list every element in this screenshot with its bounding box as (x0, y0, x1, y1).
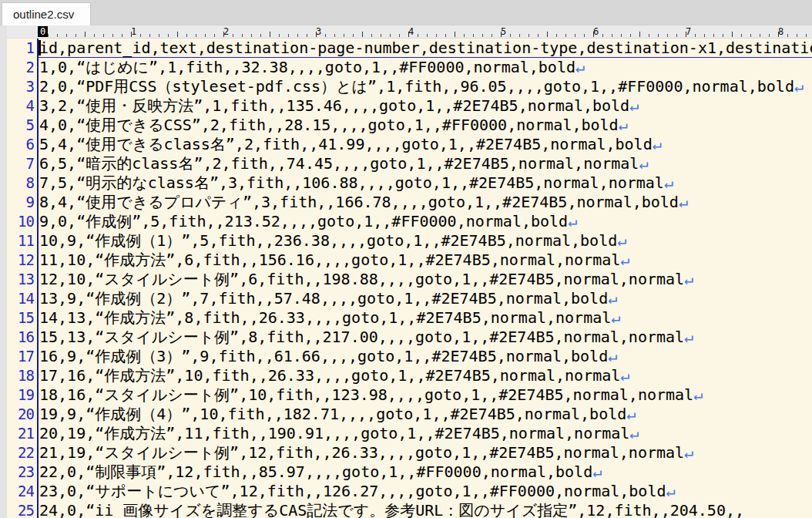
line-text[interactable]: 22,0,“制限事項”,12,fith,,85.97,,,,goto,1,,#F… (39, 462, 812, 482)
editor-line[interactable]: 9 8,4,“使用できるプロパティ”,3,fith,,166.78,,,,got… (7, 193, 812, 212)
line-number[interactable]: 23 (7, 462, 34, 482)
eol-mark-icon: ↵ (639, 154, 648, 173)
editor-line[interactable]: 16 15,13,“スタイルシート例”,8,fith,,217.00,,,,go… (7, 328, 812, 347)
line-number[interactable]: 12 (7, 251, 34, 270)
line-text[interactable]: 24,0,“ii 画像サイズを調整するCAS記法です。参考URL：図のサイズ指定… (39, 501, 812, 518)
editor-line[interactable]: 7 6,5,“暗示的class名”,2,fith,,74.45,,,,goto,… (7, 154, 812, 173)
line-text[interactable]: 23,0,“サポートについて”,12,fith,,126.27,,,,goto,… (39, 482, 812, 501)
editor-line[interactable]: 10 9,0,“作成例”,5,fith,,213.52,,,,goto,1,,#… (7, 212, 812, 231)
line-number[interactable]: 15 (7, 308, 34, 328)
editor-line[interactable]: 21 20,19,“作成方法”,11,fith,,190.91,,,,goto,… (7, 424, 812, 443)
line-text[interactable]: 11,10,“作成方法”,6,fith,,156.16,,,,goto,1,,#… (39, 251, 812, 270)
line-number[interactable]: 2 (7, 58, 34, 77)
line-number[interactable]: 20 (7, 405, 34, 424)
eol-mark-icon: ↵ (794, 77, 804, 96)
editor-line[interactable]: 25 24,0,“ii 画像サイズを調整するCAS記法です。参考URL：図のサイ… (7, 501, 812, 518)
line-text[interactable]: 17,16,“作成方法”,10,fith,,26.33,,,,goto,1,,#… (39, 366, 812, 385)
eol-mark-icon: ↵ (684, 270, 693, 288)
editor-line[interactable]: 1 id,parent_id,text,destination-page-num… (7, 39, 812, 58)
line-text[interactable]: 19,9,“作成例（4）”,10,fith,,182.71,,,,goto,1,… (39, 405, 812, 424)
line-number[interactable]: 8 (7, 173, 34, 193)
editor-line[interactable]: 12 11,10,“作成方法”,6,fith,,156.16,,,,goto,1… (7, 251, 812, 270)
line-number[interactable]: 16 (7, 328, 34, 347)
tab-label: outline2.csv (13, 8, 74, 21)
line-number[interactable]: 22 (7, 443, 34, 462)
eol-mark-icon: ↵ (592, 462, 602, 481)
line-text[interactable]: 12,10,“スタイルシート例”,6,fith,,198.88,,,,goto,… (39, 270, 812, 289)
line-number[interactable]: 3 (7, 77, 34, 96)
editor-line[interactable]: 8 7,5,“明示的なclass名”,3,fith,,106.88,,,,got… (7, 173, 812, 193)
editor-line[interactable]: 24 23,0,“サポートについて”,12,fith,,126.27,,,,go… (7, 482, 812, 501)
editor-line[interactable]: 18 17,16,“作成方法”,10,fith,,26.33,,,,goto,1… (7, 366, 812, 385)
editor-line[interactable]: 20 19,9,“作成例（4）”,10,fith,,182.71,,,,goto… (7, 405, 812, 424)
line-number[interactable]: 9 (7, 193, 34, 212)
line-text[interactable]: 20,19,“作成方法”,11,fith,,190.91,,,,goto,1,,… (39, 424, 812, 443)
ruler-number: 8 (778, 26, 783, 37)
eol-mark-icon: ↵ (679, 193, 688, 211)
line-number[interactable]: 13 (7, 270, 34, 289)
line-text[interactable]: 7,5,“明示的なclass名”,3,fith,,106.88,,,,goto,… (39, 173, 812, 193)
line-text[interactable]: 14,13,“作成方法”,8,fith,,26.33,,,,goto,1,,#2… (39, 308, 812, 328)
column-ruler: 012345678 (7, 25, 812, 39)
line-text[interactable]: 10,9,“作成例（1）”,5,fith,,236.38,,,,goto,1,,… (39, 231, 812, 251)
line-number[interactable]: 7 (7, 154, 34, 173)
editor-line[interactable]: 4 3,2,“使用・反映方法”,1,fith,,135.46,,,,goto,1… (7, 96, 812, 116)
line-number[interactable]: 14 (7, 289, 34, 308)
eol-mark-icon: ↵ (608, 289, 617, 308)
editor-line[interactable]: 15 14,13,“作成方法”,8,fith,,26.33,,,,goto,1,… (7, 308, 812, 328)
line-number[interactable]: 10 (7, 212, 34, 231)
line-number[interactable]: 19 (7, 385, 34, 405)
line-number[interactable]: 24 (7, 482, 34, 501)
eol-mark-icon: ↵ (620, 251, 629, 269)
line-text[interactable]: 13,9,“作成例（2）”,7,fith,,57.48,,,,goto,1,,#… (39, 289, 812, 308)
line-text[interactable]: 18,16,“スタイルシート例”,10,fith,,123.98,,,,goto… (39, 385, 812, 405)
line-text[interactable]: 5,4,“使用できるclass名”,2,fith,,41.99,,,,goto,… (39, 135, 812, 154)
eol-mark-icon: ↵ (664, 173, 673, 192)
line-text[interactable]: 4,0,“使用できるCSS”,2,fith,,28.15,,,,goto,1,,… (39, 116, 812, 135)
line-number[interactable]: 18 (7, 366, 34, 385)
editor-line[interactable]: 6 5,4,“使用できるclass名”,2,fith,,41.99,,,,got… (7, 135, 812, 154)
ruler-number: 7 (686, 26, 691, 37)
eol-mark-icon: ↵ (629, 96, 639, 115)
editor-line[interactable]: 23 22,0,“制限事項”,12,fith,,85.97,,,,goto,1,… (7, 462, 812, 482)
text-content[interactable]: 1 id,parent_id,text,destination-page-num… (7, 39, 812, 518)
editor-line[interactable]: 19 18,16,“スタイルシート例”,10,fith,,123.98,,,,g… (7, 385, 812, 405)
line-text[interactable]: 8,4,“使用できるプロパティ”,3,fith,,166.78,,,,goto,… (39, 193, 812, 212)
line-text[interactable]: 2,0,“PDF用CSS（styleset-pdf.css）とは”,1,fith… (39, 77, 812, 96)
eol-mark-icon: ↵ (626, 405, 636, 423)
line-text[interactable]: 16,9,“作成例（3）”,9,fith,,61.66,,,,goto,1,,#… (39, 347, 812, 366)
tab-outline2-csv[interactable]: outline2.csv (2, 2, 91, 25)
ruler-number: 0 (38, 26, 48, 37)
line-number[interactable]: 4 (7, 96, 34, 116)
ruler-number: 1 (131, 26, 136, 37)
editor-pane[interactable]: 012345678 1 id,parent_id,text,destinatio… (0, 25, 812, 518)
line-text[interactable]: 1,0,“はじめに”,1,fith,,32.38,,,,goto,1,,#FF0… (39, 58, 812, 77)
eol-mark-icon: ↵ (684, 443, 693, 462)
eol-mark-icon: ↵ (617, 231, 626, 250)
line-number[interactable]: 17 (7, 347, 34, 366)
ruler-ticks-major (39, 32, 812, 37)
line-number[interactable]: 11 (7, 231, 34, 251)
line-number[interactable]: 6 (7, 135, 34, 154)
editor-line[interactable]: 17 16,9,“作成例（3）”,9,fith,,61.66,,,,goto,1… (7, 347, 812, 366)
editor-line[interactable]: 3 2,0,“PDF用CSS（styleset-pdf.css）とは”,1,fi… (7, 77, 812, 96)
editor-line[interactable]: 22 21,19,“スタイルシート例”,12,fith,,26.33,,,,go… (7, 443, 812, 462)
ruler-number: 5 (501, 26, 506, 37)
line-text[interactable]: id,parent_id,text,destination-page-numbe… (39, 39, 812, 58)
eol-mark-icon: ↵ (684, 328, 693, 346)
line-text[interactable]: 21,19,“スタイルシート例”,12,fith,,26.33,,,,goto,… (39, 443, 812, 462)
line-number[interactable]: 25 (7, 501, 34, 518)
line-text[interactable]: 3,2,“使用・反映方法”,1,fith,,135.46,,,,goto,1,,… (39, 96, 812, 116)
editor-line[interactable]: 2 1,0,“はじめに”,1,fith,,32.38,,,,goto,1,,#F… (7, 58, 812, 77)
line-text[interactable]: 6,5,“暗示的class名”,2,fith,,74.45,,,,goto,1,… (39, 154, 812, 173)
line-text[interactable]: 9,0,“作成例”,5,fith,,213.52,,,,goto,1,,#FF0… (39, 212, 812, 231)
line-number[interactable]: 5 (7, 116, 34, 135)
eol-mark-icon: ↵ (666, 482, 676, 500)
editor-line[interactable]: 14 13,9,“作成例（2）”,7,fith,,57.48,,,,goto,1… (7, 289, 812, 308)
line-number[interactable]: 1 (7, 39, 34, 58)
editor-line[interactable]: 13 12,10,“スタイルシート例”,6,fith,,198.88,,,,go… (7, 270, 812, 289)
line-number[interactable]: 21 (7, 424, 34, 443)
editor-line[interactable]: 11 10,9,“作成例（1）”,5,fith,,236.38,,,,goto,… (7, 231, 812, 251)
line-text[interactable]: 15,13,“スタイルシート例”,8,fith,,217.00,,,,goto,… (39, 328, 812, 347)
editor-line[interactable]: 5 4,0,“使用できるCSS”,2,fith,,28.15,,,,goto,1… (7, 116, 812, 135)
